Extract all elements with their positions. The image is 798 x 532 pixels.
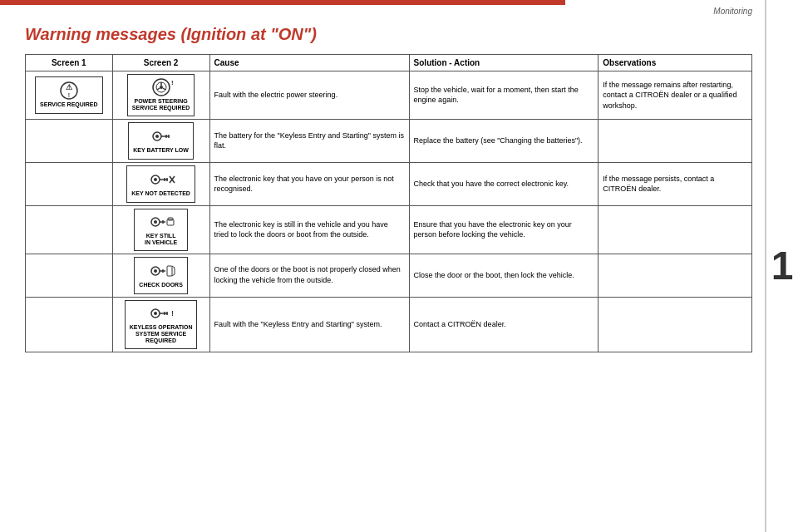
cause-cell-5: One of the doors or the boot is not prop…	[209, 254, 409, 297]
svg-text:!: !	[68, 92, 70, 98]
table-row: CHECK DOORS One of the doors or the boot…	[26, 254, 752, 297]
header-solution: Solution - Action	[409, 55, 598, 71]
svg-point-37	[154, 312, 157, 315]
page-title: Warning messages (Ignition at "ON")	[25, 25, 752, 44]
svg-text:!: !	[171, 79, 174, 86]
table-row: ! KEYLESS OPERATIONSYSTEM SERVICEREQUIRE…	[26, 297, 752, 352]
screen2-cell-5: CHECK DOORS	[112, 254, 209, 297]
screen2-cell-2: KEY BATTERY LOW	[112, 119, 209, 162]
cause-cell-6: Fault with the "Keyless Entry and Starti…	[209, 297, 409, 352]
svg-rect-32	[167, 266, 172, 276]
solution-cell-6: Contact a CITROËN dealer.	[409, 297, 598, 352]
obs-cell-6	[598, 297, 752, 352]
svg-line-8	[163, 88, 165, 90]
svg-text:⚠: ⚠	[66, 83, 72, 91]
solution-cell-4: Ensure that you have the electronic key …	[409, 205, 598, 254]
screen1-cell-2	[26, 119, 113, 162]
key-not-detected-icon: KEY NOT DETECTED	[126, 165, 195, 203]
header-screen2: Screen 2	[112, 55, 209, 71]
section-tab: 1	[765, 0, 798, 532]
table-row: KEY BATTERY LOW The battery for the "Key…	[26, 119, 752, 162]
cause-cell-3: The electronic key that you have on your…	[209, 162, 409, 205]
svg-point-5	[160, 86, 163, 89]
key-still-in-vehicle-label: KEY STILLIN VEHICLE	[145, 233, 177, 247]
key-not-detected-label: KEY NOT DETECTED	[131, 190, 190, 197]
table-row: KEY STILLIN VEHICLE The electronic key i…	[26, 205, 752, 254]
svg-text:!: !	[171, 309, 174, 318]
key-battery-low-label: KEY BATTERY LOW	[133, 147, 189, 154]
key-still-in-vehicle-icon: KEY STILLIN VEHICLE	[134, 209, 188, 251]
screen2-cell-4: KEY STILLIN VEHICLE	[112, 205, 209, 254]
power-steering-icon: ! POWER STEERINGSERVICE REQUIRED	[127, 74, 195, 116]
section-number: 1	[771, 246, 794, 286]
obs-cell-2	[598, 119, 752, 162]
solution-cell-2: Replace the battery (see "Changing the b…	[409, 119, 598, 162]
check-doors-icon: CHECK DOORS	[134, 257, 188, 294]
check-doors-label: CHECK DOORS	[139, 282, 183, 288]
header-cause: Cause	[209, 55, 409, 71]
svg-line-7	[157, 88, 160, 90]
screen1-cell-6	[26, 297, 113, 352]
solution-cell-1: Stop the vehicle, wait for a moment, the…	[409, 71, 598, 120]
screen2-cell-1: ! POWER STEERINGSERVICE REQUIRED	[112, 71, 209, 120]
obs-cell-4	[598, 205, 752, 254]
svg-point-23	[154, 220, 157, 224]
solution-cell-3: Check that you have the correct electron…	[409, 162, 598, 205]
screen1-cell-3	[26, 162, 113, 205]
table-row: KEY NOT DETECTED The electronic key that…	[26, 162, 752, 205]
screen1-cell-1: ⚠ ! SERVICE REQUIRED	[26, 71, 113, 120]
top-red-bar	[0, 0, 565, 5]
header-observations: Observations	[598, 55, 752, 71]
service-required-icon: ⚠ ! SERVICE REQUIRED	[35, 76, 103, 114]
svg-point-16	[154, 178, 157, 181]
warning-table: Screen 1 Screen 2 Cause Solution - Actio…	[25, 54, 752, 352]
table-row: ⚠ ! SERVICE REQUIRED	[26, 71, 752, 120]
cause-cell-4: The electronic key is still in the vehic…	[209, 205, 409, 254]
svg-point-29	[154, 269, 157, 273]
screen1-cell-5	[26, 254, 113, 297]
power-steering-label: POWER STEERINGSERVICE REQUIRED	[132, 98, 190, 112]
obs-cell-1: If the message remains after restarting,…	[598, 71, 752, 120]
keyless-operation-icon: ! KEYLESS OPERATIONSYSTEM SERVICEREQUIRE…	[125, 300, 198, 349]
keyless-operation-label: KEYLESS OPERATIONSYSTEM SERVICEREQUIRED	[130, 324, 193, 345]
solution-cell-5: Close the door or the boot, then lock th…	[409, 254, 598, 297]
main-content: Warning messages (Ignition at "ON") Scre…	[25, 25, 752, 515]
key-battery-low-icon: KEY BATTERY LOW	[128, 122, 194, 160]
svg-point-11	[155, 135, 159, 138]
section-label: Monitoring	[713, 7, 752, 16]
cause-cell-2: The battery for the "Keyless Entry and S…	[209, 119, 409, 162]
service-required-label: SERVICE REQUIRED	[40, 101, 98, 108]
obs-cell-3: If the message persists, contact a CITRO…	[598, 162, 752, 205]
obs-cell-5	[598, 254, 752, 297]
cause-cell-1: Fault with the electric power steering.	[209, 71, 409, 120]
screen2-cell-6: ! KEYLESS OPERATIONSYSTEM SERVICEREQUIRE…	[112, 297, 209, 352]
screen1-cell-4	[26, 205, 113, 254]
header-screen1: Screen 1	[26, 55, 113, 71]
screen2-cell-3: KEY NOT DETECTED	[112, 162, 209, 205]
